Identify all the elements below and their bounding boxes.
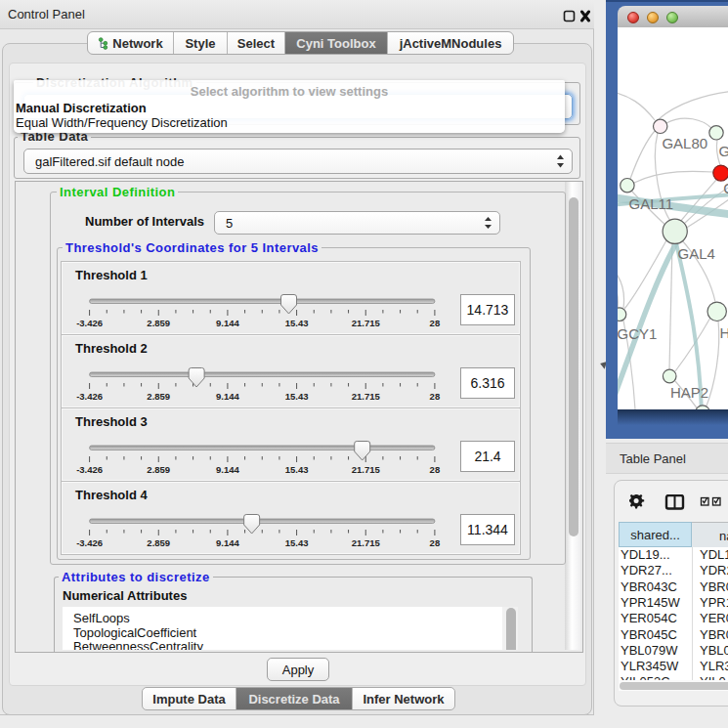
svg-text:2.859: 2.859 <box>147 318 170 328</box>
svg-text:GAL80: GAL80 <box>662 135 707 151</box>
svg-text:28: 28 <box>430 391 441 402</box>
svg-text:21.715: 21.715 <box>352 537 381 548</box>
svg-text:9.144: 9.144 <box>216 318 239 328</box>
svg-text:H: H <box>719 324 728 341</box>
svg-text:2.859: 2.859 <box>147 464 170 475</box>
svg-text:2.859: 2.859 <box>147 537 170 548</box>
svg-text:GAL11: GAL11 <box>628 195 673 212</box>
svg-text:21.715: 21.715 <box>352 464 381 475</box>
svg-text:C: C <box>723 180 728 196</box>
svg-text:9.144: 9.144 <box>216 391 239 402</box>
svg-text:-3.426: -3.426 <box>76 537 103 548</box>
svg-text:2.859: 2.859 <box>147 391 170 402</box>
svg-text:28: 28 <box>430 318 441 328</box>
svg-text:15.43: 15.43 <box>285 537 309 548</box>
svg-text:-3.426: -3.426 <box>76 318 103 328</box>
svg-text:GCY1: GCY1 <box>618 325 657 342</box>
svg-text:-3.426: -3.426 <box>76 391 103 402</box>
svg-text:GA: GA <box>718 143 728 159</box>
svg-text:-3.426: -3.426 <box>76 464 103 475</box>
svg-text:15.43: 15.43 <box>285 318 309 328</box>
svg-text:21.715: 21.715 <box>352 318 381 328</box>
svg-text:9.144: 9.144 <box>216 537 239 548</box>
svg-text:28: 28 <box>430 464 441 475</box>
svg-text:28: 28 <box>430 537 441 548</box>
svg-text:HAP2: HAP2 <box>669 384 707 401</box>
svg-text:15.43: 15.43 <box>285 391 309 402</box>
svg-text:15.43: 15.43 <box>285 464 309 475</box>
svg-text:9.144: 9.144 <box>216 464 239 475</box>
svg-text:21.715: 21.715 <box>352 391 381 402</box>
svg-text:GAL4: GAL4 <box>677 245 714 262</box>
